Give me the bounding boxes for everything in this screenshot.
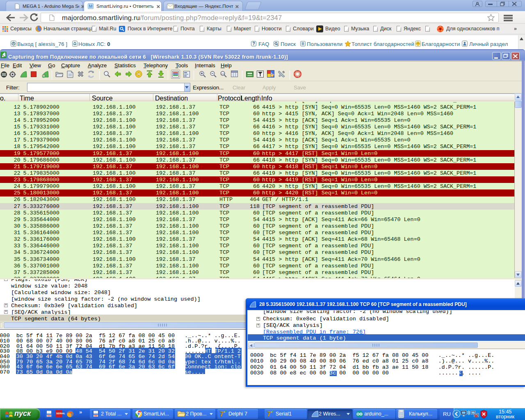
svg-text:?: ?: [253, 41, 255, 46]
svg-text:1:1: 1:1: [221, 73, 225, 75]
svg-text:7: 7: [267, 410, 271, 418]
svg-text:7: 7: [220, 410, 224, 418]
